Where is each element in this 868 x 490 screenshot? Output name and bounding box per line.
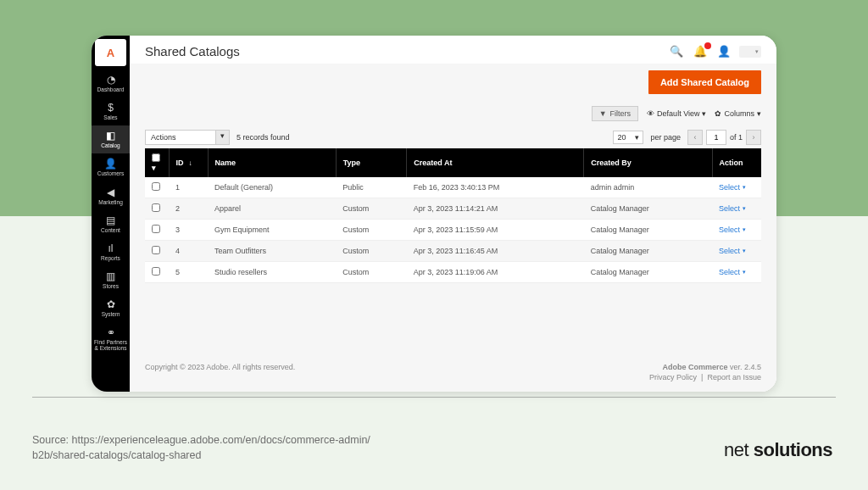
cell-type: Custom bbox=[336, 198, 407, 220]
cell-created-at: Apr 3, 2023 11:14:21 AM bbox=[407, 198, 584, 220]
eye-icon: 👁 bbox=[647, 109, 654, 118]
cell-name: Team Outfitters bbox=[208, 241, 336, 262]
sidebar-icon: ◧ bbox=[106, 131, 115, 141]
page-title: Shared Catalogs bbox=[145, 44, 240, 58]
row-action-select[interactable]: Select bbox=[719, 268, 746, 276]
cell-created-by: Catalog Manager bbox=[584, 241, 712, 262]
sidebar-item-reports[interactable]: ılReports bbox=[92, 238, 130, 266]
sidebar-icon: ▥ bbox=[106, 271, 115, 281]
sidebar-item-stores[interactable]: ▥Stores bbox=[92, 266, 130, 294]
add-shared-catalog-button[interactable]: Add Shared Catalog bbox=[648, 70, 761, 94]
row-action-select[interactable]: Select bbox=[719, 204, 746, 213]
row-checkbox[interactable] bbox=[152, 203, 160, 212]
page-input[interactable] bbox=[706, 130, 726, 145]
row-action-select[interactable]: Select bbox=[719, 183, 746, 192]
sidebar-icon: ✿ bbox=[107, 299, 115, 309]
sidebar-item-content[interactable]: ▤Content bbox=[92, 210, 130, 238]
gear-icon: ✿ bbox=[715, 109, 721, 118]
sidebar-item-system[interactable]: ✿System bbox=[92, 294, 130, 322]
catalog-grid: ▾ ID↓ Name Type Created At Created By Ac… bbox=[145, 148, 761, 283]
table-row: 2 Apparel Custom Apr 3, 2023 11:14:21 AM… bbox=[145, 198, 761, 220]
columns-dropdown[interactable]: ✿Columns ▾ bbox=[715, 109, 761, 118]
main-panel: Shared Catalogs 🔍 🔔 👤 Add Shared Catalog… bbox=[130, 36, 776, 392]
sidebar-item-label: Customers bbox=[97, 170, 124, 176]
sidebar-item-label: Catalog bbox=[101, 142, 120, 148]
per-page-select[interactable]: 20▾ bbox=[613, 131, 643, 144]
col-action: Action bbox=[712, 148, 761, 177]
col-id[interactable]: ID↓ bbox=[169, 148, 208, 177]
row-checkbox[interactable] bbox=[152, 225, 160, 233]
funnel-icon: ▼ bbox=[599, 109, 607, 118]
sidebar-icon: ◀ bbox=[107, 187, 114, 198]
search-icon[interactable]: 🔍 bbox=[670, 45, 683, 58]
admin-sidebar: A ◔Dashboard$Sales◧Catalog👤Customers◀Mar… bbox=[92, 36, 130, 392]
of-pages-label: of 1 bbox=[730, 133, 743, 142]
sidebar-item-dashboard[interactable]: ◔Dashboard bbox=[92, 70, 130, 97]
privacy-link[interactable]: Privacy Policy bbox=[649, 373, 697, 381]
per-page-label: per page bbox=[650, 133, 681, 142]
table-row: 5 Studio resellers Custom Apr 3, 2023 11… bbox=[145, 262, 761, 283]
cell-created-by: Catalog Manager bbox=[584, 198, 712, 220]
cell-created-by: Catalog Manager bbox=[584, 262, 712, 283]
cell-name: Apparel bbox=[208, 198, 336, 220]
sidebar-item-label: Marketing bbox=[98, 199, 123, 205]
app-window: A ◔Dashboard$Sales◧Catalog👤Customers◀Mar… bbox=[92, 36, 776, 392]
col-checkbox[interactable]: ▾ bbox=[145, 148, 169, 177]
cell-created-by: Catalog Manager bbox=[584, 220, 712, 241]
cell-id: 1 bbox=[169, 177, 208, 198]
row-checkbox[interactable] bbox=[152, 267, 160, 276]
bulk-actions-select[interactable]: Actions▾ bbox=[145, 130, 230, 145]
sidebar-item-customers[interactable]: 👤Customers bbox=[92, 153, 130, 181]
sidebar-icon: ıl bbox=[108, 243, 114, 253]
adobe-logo[interactable]: A bbox=[95, 39, 126, 66]
cell-created-at: Apr 3, 2023 11:16:45 AM bbox=[407, 241, 584, 262]
row-action-select[interactable]: Select bbox=[719, 247, 746, 255]
cell-name: Gym Equipment bbox=[208, 220, 336, 241]
report-issue-link[interactable]: Report an Issue bbox=[707, 373, 761, 381]
sidebar-icon: 👤 bbox=[104, 159, 117, 169]
account-dropdown[interactable] bbox=[739, 46, 761, 58]
filters-button[interactable]: ▼Filters bbox=[592, 106, 638, 121]
table-row: 1 Default (General) Public Feb 16, 2023 … bbox=[145, 177, 761, 198]
copyright: Copyright © 2023 Adobe. All rights reser… bbox=[145, 363, 295, 381]
sidebar-item-label: Find Partners & Extensions bbox=[93, 339, 128, 351]
col-created-at[interactable]: Created At bbox=[407, 148, 584, 177]
sidebar-item-label: Content bbox=[101, 227, 120, 233]
cell-created-at: Apr 3, 2023 11:19:06 AM bbox=[407, 262, 584, 283]
records-found-label: 5 records found bbox=[236, 133, 290, 142]
col-name[interactable]: Name bbox=[208, 148, 336, 177]
sidebar-item-label: Dashboard bbox=[97, 86, 125, 92]
sidebar-item-marketing[interactable]: ◀Marketing bbox=[92, 182, 130, 210]
pager: ‹ of 1 › bbox=[687, 130, 761, 145]
cell-id: 5 bbox=[169, 262, 208, 283]
sidebar-icon: ◔ bbox=[107, 75, 115, 85]
next-page-button[interactable]: › bbox=[746, 130, 761, 145]
sidebar-item-catalog[interactable]: ◧Catalog bbox=[92, 125, 130, 153]
col-created-by[interactable]: Created By bbox=[584, 148, 712, 177]
sidebar-item-label: Stores bbox=[103, 283, 119, 289]
sidebar-icon: ⚭ bbox=[107, 327, 115, 337]
cell-id: 3 bbox=[169, 220, 208, 241]
select-all-checkbox[interactable] bbox=[152, 153, 160, 162]
netsolutions-logo: net solutions bbox=[724, 439, 832, 461]
col-type[interactable]: Type bbox=[336, 148, 407, 177]
cell-id: 2 bbox=[169, 198, 208, 220]
table-row: 4 Team Outfitters Custom Apr 3, 2023 11:… bbox=[145, 241, 761, 262]
sidebar-item-find-partners-extensions[interactable]: ⚭Find Partners & Extensions bbox=[92, 322, 130, 356]
row-action-select[interactable]: Select bbox=[719, 226, 746, 234]
prev-page-button[interactable]: ‹ bbox=[687, 130, 703, 145]
sidebar-icon: ▤ bbox=[106, 215, 115, 226]
sidebar-item-sales[interactable]: $Sales bbox=[92, 97, 130, 125]
cell-type: Custom bbox=[336, 262, 407, 283]
row-checkbox[interactable] bbox=[152, 182, 160, 191]
table-row: 3 Gym Equipment Custom Apr 3, 2023 11:15… bbox=[145, 220, 761, 241]
cell-type: Custom bbox=[336, 241, 407, 262]
notifications-icon[interactable]: 🔔 bbox=[693, 45, 707, 58]
cell-created-at: Feb 16, 2023 3:40:13 PM bbox=[407, 177, 584, 198]
content-area: Add Shared Catalog ▼Filters 👁Default Vie… bbox=[130, 64, 776, 392]
cell-created-at: Apr 3, 2023 11:15:59 AM bbox=[407, 220, 584, 241]
account-icon[interactable]: 👤 bbox=[717, 45, 731, 58]
row-checkbox[interactable] bbox=[152, 246, 160, 254]
default-view-dropdown[interactable]: 👁Default View ▾ bbox=[647, 109, 706, 118]
sidebar-item-label: Reports bbox=[101, 255, 120, 261]
